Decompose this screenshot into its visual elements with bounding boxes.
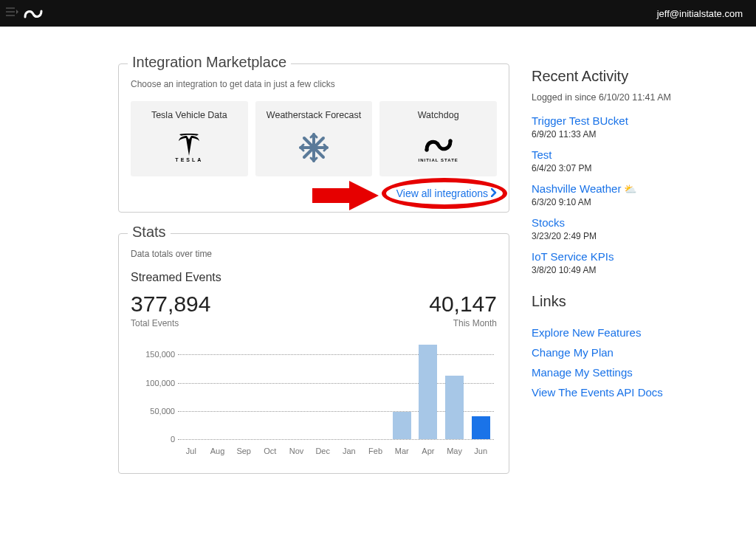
activity-link[interactable]: Nashville Weather⛅ <box>532 182 636 195</box>
xtick-label: Jan <box>336 447 362 455</box>
chevron-right-icon <box>491 187 497 199</box>
gridline <box>178 439 494 440</box>
ytick-label: 50,000 <box>138 407 175 416</box>
side-link[interactable]: Manage My Settings <box>532 366 724 379</box>
activity-link[interactable]: IoT Service KPIs <box>532 250 614 263</box>
xtick-label: Apr <box>415 447 441 455</box>
card-title: Weatherstack Forecast <box>267 110 361 120</box>
svg-marker-17 <box>312 181 379 210</box>
bar-slot <box>415 343 441 439</box>
stats-section-header: Streamed Events <box>131 271 497 284</box>
bar-slot <box>205 343 231 439</box>
xtick-label: Mar <box>388 447 415 455</box>
bar-slot <box>284 343 310 439</box>
card-title: Watchdog <box>418 110 459 120</box>
svg-point-16 <box>448 139 452 142</box>
initial-state-icon: INITIAL STATE <box>419 126 458 169</box>
total-events-block: 377,894 Total Events <box>131 292 210 328</box>
topbar: jeff@initialstate.com <box>0 0 756 27</box>
activity-item: Nashville Weather⛅6/3/20 9:10 AM <box>532 182 724 207</box>
bar-slot <box>178 343 205 439</box>
bar-slot <box>362 343 389 439</box>
activity-item: Test6/4/20 3:07 PM <box>532 148 724 173</box>
activity-time: 6/4/20 3:07 PM <box>532 163 724 173</box>
integration-card-watchdog[interactable]: Watchdog INITIAL STATE <box>379 101 497 176</box>
stats-summary-row: 377,894 Total Events 40,147 This Month <box>131 292 497 328</box>
xtick-label: Dec <box>309 447 336 455</box>
sidebar: Recent Activity Logged in since 6/10/20 … <box>532 63 724 495</box>
integration-cards: Tesla Vehicle Data TESLA Weatherstack Fo… <box>131 101 497 176</box>
side-link[interactable]: Explore New Features <box>532 326 724 339</box>
xtick-label: Sep <box>230 447 257 455</box>
bar[interactable] <box>472 416 490 439</box>
activity-item: Stocks3/23/20 2:49 PM <box>532 216 724 241</box>
annotation-arrow <box>312 181 379 213</box>
xtick-label: Jun <box>467 447 494 455</box>
marketplace-subtitle: Choose an integration to get data in jus… <box>131 79 497 89</box>
view-all-row: View all integrations <box>131 187 497 200</box>
events-bar-chart: 050,000100,000150,000 JulAugSepOctNovDec… <box>138 343 494 461</box>
view-all-label: View all integrations <box>396 187 488 199</box>
total-events-value: 377,894 <box>131 292 210 317</box>
stats-subtitle: Data totals over time <box>131 249 497 259</box>
bar-slot <box>230 343 257 439</box>
bar-slot <box>309 343 336 439</box>
activity-link[interactable]: Stocks <box>532 216 565 229</box>
ytick-label: 150,000 <box>138 350 175 359</box>
menu-icon[interactable] <box>6 7 19 20</box>
user-email[interactable]: jeff@initialstate.com <box>657 8 743 19</box>
bar[interactable] <box>393 412 411 439</box>
marketplace-panel: Integration Marketplace Choose an integr… <box>118 63 509 213</box>
xtick-label: Feb <box>362 447 389 455</box>
side-link[interactable]: Change My Plan <box>532 346 724 359</box>
xtick-label: Aug <box>205 447 231 455</box>
side-link[interactable]: View The Events API Docs <box>532 386 724 399</box>
stats-panel: Stats Data totals over time Streamed Eve… <box>118 233 509 474</box>
topbar-left <box>6 5 44 21</box>
chart-xticks: JulAugSepOctNovDecJanFebMarAprMayJun <box>178 447 494 455</box>
links-list: Explore New FeaturesChange My PlanManage… <box>532 326 724 399</box>
integration-card-weatherstack[interactable]: Weatherstack Forecast <box>255 101 373 176</box>
activity-time: 6/3/20 9:10 AM <box>532 197 724 207</box>
recent-activity-title: Recent Activity <box>532 68 724 85</box>
tesla-icon: TESLA <box>175 126 203 169</box>
integration-card-tesla[interactable]: Tesla Vehicle Data TESLA <box>131 101 248 176</box>
card-title: Tesla Vehicle Data <box>151 110 227 120</box>
snowflake-icon <box>298 126 330 169</box>
bar-slot <box>467 343 494 439</box>
xtick-label: May <box>441 447 468 455</box>
page-body: Integration Marketplace Choose an integr… <box>0 27 756 524</box>
view-all-integrations-link[interactable]: View all integrations <box>396 187 497 199</box>
brand-logo[interactable] <box>22 5 44 21</box>
bar-slot <box>388 343 415 439</box>
recent-activity-list: Trigger Test BUcket6/9/20 11:33 AMTest6/… <box>532 114 724 275</box>
month-events-label: This Month <box>429 318 497 328</box>
total-events-label: Total Events <box>131 318 210 328</box>
links-title: Links <box>532 293 724 310</box>
logged-in-text: Logged in since 6/10/20 11:41 AM <box>532 92 724 103</box>
activity-item: IoT Service KPIs3/8/20 10:49 AM <box>532 250 724 275</box>
activity-link[interactable]: Trigger Test BUcket <box>532 114 628 127</box>
ytick-label: 100,000 <box>138 379 175 387</box>
month-events-value: 40,147 <box>429 292 497 317</box>
xtick-label: Nov <box>284 447 310 455</box>
svg-point-15 <box>425 148 428 151</box>
xtick-label: Oct <box>257 447 284 455</box>
xtick-label: Jul <box>178 447 205 455</box>
ytick-label: 0 <box>138 435 175 444</box>
marketplace-title: Integration Marketplace <box>128 54 291 71</box>
main-column: Integration Marketplace Choose an integr… <box>118 63 509 495</box>
month-events-block: 40,147 This Month <box>429 292 497 328</box>
bar[interactable] <box>445 376 464 439</box>
chart-bars <box>178 343 494 439</box>
activity-time: 3/8/20 10:49 AM <box>532 265 724 275</box>
activity-link[interactable]: Test <box>532 148 552 161</box>
stats-title: Stats <box>128 224 171 241</box>
bar-slot <box>441 343 468 439</box>
weather-icon: ⛅ <box>624 183 636 195</box>
bar[interactable] <box>419 345 437 439</box>
activity-time: 3/23/20 2:49 PM <box>532 231 724 241</box>
bar-slot <box>336 343 362 439</box>
activity-item: Trigger Test BUcket6/9/20 11:33 AM <box>532 114 724 139</box>
activity-time: 6/9/20 11:33 AM <box>532 129 724 139</box>
